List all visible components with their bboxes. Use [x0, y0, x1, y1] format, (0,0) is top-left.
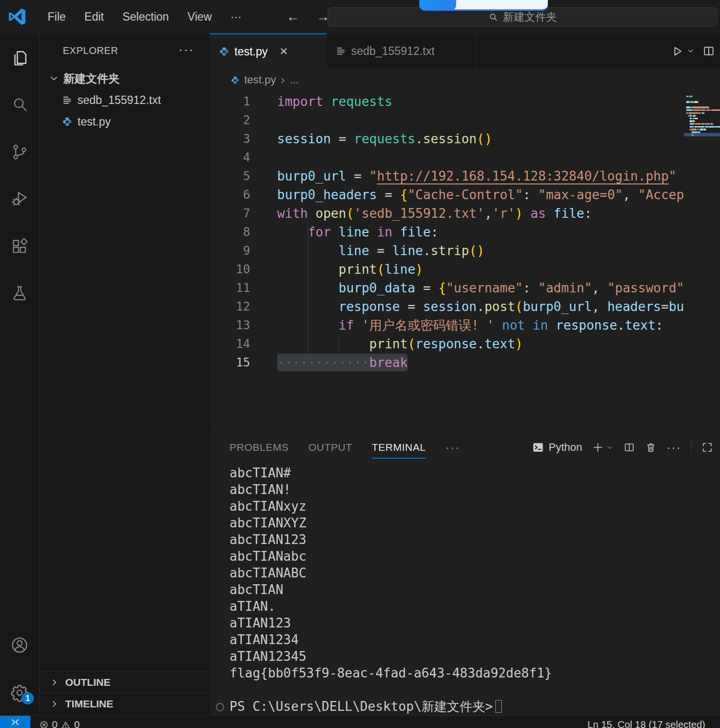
account-icon[interactable]: [8, 633, 31, 657]
terminal-cursor: [495, 700, 502, 713]
code-line-15[interactable]: ············break: [277, 353, 684, 372]
run-button[interactable]: [670, 45, 694, 58]
tab-sedb[interactable]: sedb_155912.txt: [327, 33, 477, 69]
breadcrumb-separator: ›: [281, 73, 285, 87]
separator: [691, 440, 692, 455]
code-line-9[interactable]: line = line.strip(): [277, 241, 684, 260]
folder-item[interactable]: 新建文件夹: [40, 68, 210, 89]
terminal-icon: [532, 441, 544, 454]
menu-overflow[interactable]: ···: [221, 7, 251, 26]
text-file-icon: [62, 95, 73, 105]
explorer-more-actions[interactable]: ···: [179, 42, 194, 57]
timeline-label: TIMELINE: [65, 698, 113, 710]
vscode-logo: [7, 6, 27, 27]
code-line-12[interactable]: response = session.post(burp0_url, heade…: [277, 297, 684, 316]
split-editor-icon[interactable]: [702, 45, 715, 57]
menu-file[interactable]: File: [38, 7, 75, 26]
code-line-11[interactable]: burp0_data = {"username": "admin", "pass…: [277, 279, 684, 297]
minimap-lines: [686, 95, 720, 136]
code-line-4[interactable]: [277, 148, 684, 167]
warning-count: 0: [74, 719, 79, 728]
extensions-icon[interactable]: [8, 234, 31, 258]
terminal-line: abcTIANABC: [210, 565, 720, 581]
line-number: 3: [210, 130, 250, 148]
terminal-line: abcTIANxyz: [210, 498, 720, 515]
selection-highlight: ············break: [277, 355, 408, 370]
panel-more-tabs[interactable]: ···: [445, 441, 460, 454]
terminal-line: flag{bb0f53f9-8eac-4fad-a643-483da92de8f…: [210, 665, 720, 681]
terminal-output[interactable]: abcTIAN#abcTIAN!abcTIANxyzabcTIANXYZabcT…: [210, 465, 720, 716]
menu-view[interactable]: View: [178, 7, 221, 26]
run-debug-icon[interactable]: [8, 187, 31, 210]
code-line-6[interactable]: burp0_headers = {"Cache-Control": "max-a…: [277, 185, 684, 204]
file-item-testpy[interactable]: test.py: [40, 111, 210, 132]
file-item-sedb[interactable]: sedb_155912.txt: [40, 89, 210, 111]
error-count: 0: [52, 719, 57, 728]
tab-testpy[interactable]: test.py ✕: [210, 33, 327, 69]
remote-icon: [10, 717, 20, 727]
new-terminal-button[interactable]: [592, 442, 614, 453]
code-line-14[interactable]: print(response.text): [277, 335, 684, 353]
code-line-2[interactable]: [277, 111, 684, 130]
testing-icon[interactable]: [8, 282, 31, 305]
timeline-section-header[interactable]: TIMELINE: [40, 693, 210, 715]
search-icon: [488, 12, 498, 22]
python-icon: [231, 76, 240, 85]
kill-terminal-icon[interactable]: [645, 442, 657, 453]
line-number: 13: [210, 316, 250, 335]
menubar: File Edit Selection View ···: [38, 7, 251, 26]
external-overlay-notch: [419, 0, 548, 11]
terminal-prompt-row[interactable]: PS C:\Users\DELL\Desktop\新建文件夹>: [210, 698, 720, 715]
command-decoration-icon: [216, 703, 224, 711]
code-line-3[interactable]: session = requests.session(): [277, 130, 684, 148]
explorer-icon[interactable]: [8, 46, 31, 70]
terminal-line: aTIAN123: [210, 615, 720, 631]
code-line-10[interactable]: print(line): [277, 260, 684, 279]
plus-icon: [592, 442, 604, 453]
terminal-prompt: PS C:\Users\DELL\Desktop\新建文件夹>: [230, 698, 493, 715]
breadcrumb-symbol[interactable]: ...: [290, 74, 299, 86]
tab-label: sedb_155912.txt: [351, 45, 435, 58]
line-number: 11: [210, 279, 250, 297]
tab-terminal[interactable]: TERMINAL: [372, 442, 426, 459]
terminal-line: aTIAN.: [210, 598, 720, 615]
file-name: test.py: [77, 115, 111, 129]
line-number: 2: [210, 111, 250, 130]
breadcrumb[interactable]: test.py › ...: [210, 69, 720, 91]
terminal-line: abcTIANabc: [210, 548, 720, 565]
code-editor[interactable]: 123456789101112131415 import requestsses…: [210, 91, 720, 432]
source-control-icon[interactable]: [8, 140, 31, 164]
cursor-position-status[interactable]: Ln 15, Col 18 (17 selected): [588, 719, 705, 728]
chevron-right-icon: [50, 677, 59, 687]
close-tab-icon[interactable]: ✕: [280, 46, 288, 57]
line-number: 15: [210, 353, 250, 372]
maximize-panel-icon[interactable]: [701, 442, 713, 453]
problems-status[interactable]: 0 0: [39, 719, 79, 728]
code-line-8[interactable]: for line in file:: [277, 223, 684, 241]
terminal-line: abcTIAN!: [210, 481, 720, 498]
outline-section-header[interactable]: OUTLINE: [40, 671, 210, 693]
terminal-instance[interactable]: Python: [532, 441, 583, 454]
folder-name: 新建文件夹: [63, 71, 120, 86]
line-number: 6: [210, 185, 250, 204]
code-line-1[interactable]: import requests: [277, 92, 684, 111]
tab-output[interactable]: OUTPUT: [309, 442, 352, 453]
error-icon: [39, 720, 49, 728]
breadcrumb-file[interactable]: test.py: [244, 74, 276, 86]
menu-edit[interactable]: Edit: [75, 7, 113, 26]
terminal-line: [210, 681, 720, 698]
python-icon: [219, 46, 230, 57]
menu-selection[interactable]: Selection: [113, 7, 179, 26]
minimap[interactable]: [684, 91, 720, 219]
code-line-7[interactable]: with open('sedb_155912.txt','r') as file…: [277, 204, 684, 223]
nav-back-button[interactable]: ←: [283, 8, 303, 26]
code-line-5[interactable]: burp0_url = "http://192.168.154.128:3284…: [277, 167, 684, 185]
code-line-13[interactable]: if '用户名或密码错误! ' not in response.text:: [277, 316, 684, 335]
tab-problems[interactable]: PROBLEMS: [230, 442, 289, 453]
split-terminal-icon[interactable]: [623, 442, 635, 453]
search-sidebar-icon[interactable]: [8, 92, 31, 116]
python-icon: [62, 116, 73, 127]
line-number: 14: [210, 335, 250, 353]
remote-indicator[interactable]: [0, 716, 30, 728]
panel-more-actions[interactable]: ···: [667, 441, 681, 454]
